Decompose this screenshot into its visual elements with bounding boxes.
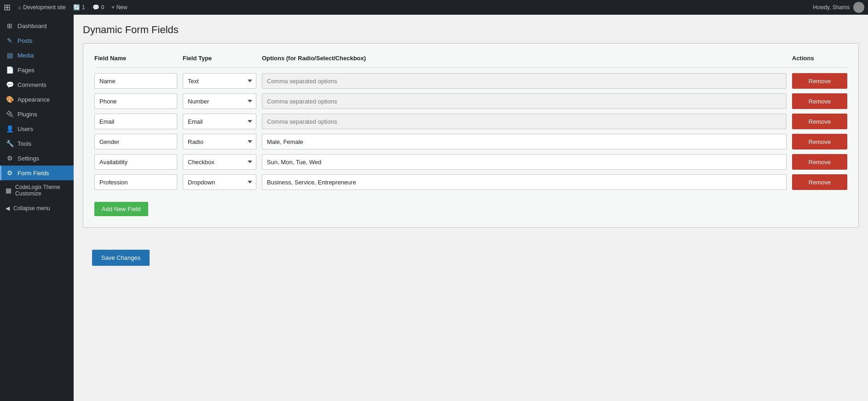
sidebar-item-users[interactable]: 👤 Users (0, 121, 74, 136)
new-label: + New (111, 4, 127, 11)
sidebar-item-label: Comments (17, 81, 46, 88)
field-name-input[interactable] (94, 134, 177, 149)
codelogix-label: CodeLogix Theme Customize (15, 184, 68, 197)
adminbar-comments[interactable]: 💬 0 (93, 4, 104, 11)
field-type-select[interactable]: TextNumberEmailRadioCheckboxDropdown (183, 114, 256, 129)
dashboard-icon: ⊞ (6, 22, 14, 29)
admin-bar: ⊞ ⌂ Development site 🔄 1 💬 0 + New Howdy… (0, 0, 868, 15)
col-field-name: Field Name (94, 55, 177, 62)
wp-logo-icon[interactable]: ⊞ (4, 2, 11, 12)
appearance-icon: 🎨 (6, 96, 14, 103)
sidebar-item-label: Settings (17, 155, 39, 162)
adminbar-updates[interactable]: 🔄 1 (73, 4, 85, 11)
table-header: Field Name Field Type Options (for Radio… (94, 55, 847, 68)
settings-icon: ⚙ (6, 155, 14, 162)
field-type-select[interactable]: TextNumberEmailRadioCheckboxDropdown (183, 154, 256, 170)
updates-icon: 🔄 (73, 4, 80, 11)
sidebar-item-dashboard[interactable]: ⊞ Dashboard (0, 18, 74, 33)
field-name-input[interactable] (94, 93, 177, 109)
form-panel: Field Name Field Type Options (for Radio… (83, 43, 859, 228)
sidebar-item-label: Form Fields (17, 170, 49, 177)
adminbar-new[interactable]: + New (111, 4, 127, 11)
sidebar-item-label: Posts (17, 37, 33, 44)
sidebar-item-label: Media (17, 52, 34, 59)
table-row: TextNumberEmailRadioCheckboxDropdownRemo… (94, 114, 847, 129)
comments-menu-icon: 💬 (6, 81, 14, 88)
home-icon: ⌂ (18, 4, 21, 11)
field-name-input[interactable] (94, 174, 177, 190)
field-options-input[interactable] (262, 73, 787, 89)
field-rows-container: TextNumberEmailRadioCheckboxDropdownRemo… (94, 73, 847, 190)
sidebar-item-label: Pages (17, 67, 35, 74)
sidebar-item-codelogix[interactable]: ▦ CodeLogix Theme Customize (0, 180, 74, 200)
comments-count: 0 (101, 4, 104, 11)
sidebar-item-pages[interactable]: 📄 Pages (0, 63, 74, 77)
col-field-type: Field Type (183, 55, 256, 62)
updates-count: 1 (82, 4, 85, 11)
media-icon: ▤ (6, 52, 14, 59)
sidebar-item-appearance[interactable]: 🎨 Appearance (0, 92, 74, 107)
field-options-input[interactable] (262, 174, 787, 190)
sidebar-item-label: Appearance (17, 96, 50, 103)
sidebar-item-tools[interactable]: 🔧 Tools (0, 136, 74, 151)
adminbar-user: Howdy, Shams (813, 2, 864, 13)
table-row: TextNumberEmailRadioCheckboxDropdownRemo… (94, 174, 847, 190)
field-name-input[interactable] (94, 154, 177, 170)
sidebar-item-comments[interactable]: 💬 Comments (0, 77, 74, 92)
plugins-icon: 🔌 (6, 110, 14, 118)
remove-field-button[interactable]: Remove (792, 134, 847, 149)
save-changes-button[interactable]: Save Changes (92, 250, 150, 266)
sidebar-collapse[interactable]: ◀ Collapse menu (0, 200, 74, 216)
field-type-select[interactable]: TextNumberEmailRadioCheckboxDropdown (183, 134, 256, 149)
field-type-select[interactable]: TextNumberEmailRadioCheckboxDropdown (183, 174, 256, 190)
sidebar-item-plugins[interactable]: 🔌 Plugins (0, 107, 74, 121)
table-row: TextNumberEmailRadioCheckboxDropdownRemo… (94, 154, 847, 170)
save-section: Save Changes (83, 242, 859, 273)
page-title: Dynamic Form Fields (83, 24, 859, 36)
sidebar-item-label: Plugins (17, 111, 37, 118)
main-content: Dynamic Form Fields Field Name Field Typ… (74, 15, 868, 401)
field-name-input[interactable] (94, 114, 177, 129)
collapse-icon: ◀ (6, 205, 10, 212)
col-options: Options (for Radio/Select/Checkbox) (262, 55, 787, 62)
sidebar-item-label: Tools (17, 140, 31, 147)
add-new-field-button[interactable]: Add New Field (94, 202, 148, 216)
user-avatar (853, 2, 864, 13)
col-actions: Actions (792, 55, 847, 62)
users-icon: 👤 (6, 125, 14, 132)
sidebar-item-form-fields[interactable]: ⚙ Form Fields (0, 166, 74, 180)
remove-field-button[interactable]: Remove (792, 73, 847, 89)
sidebar-item-posts[interactable]: ✎ Posts (0, 33, 74, 48)
collapse-label: Collapse menu (13, 205, 50, 212)
sidebar-item-label: Users (17, 126, 33, 132)
site-name: Development site (23, 4, 66, 11)
field-name-input[interactable] (94, 73, 177, 89)
field-type-select[interactable]: TextNumberEmailRadioCheckboxDropdown (183, 73, 256, 89)
sidebar-item-label: Dashboard (17, 23, 47, 29)
form-fields-icon: ⚙ (6, 169, 14, 177)
table-row: TextNumberEmailRadioCheckboxDropdownRemo… (94, 134, 847, 149)
sidebar: ⊞ Dashboard ✎ Posts ▤ Media 📄 Pages 💬 Co… (0, 15, 74, 401)
codelogix-icon: ▦ (6, 187, 12, 194)
table-row: TextNumberEmailRadioCheckboxDropdownRemo… (94, 93, 847, 109)
table-row: TextNumberEmailRadioCheckboxDropdownRemo… (94, 73, 847, 89)
posts-icon: ✎ (6, 37, 14, 44)
remove-field-button[interactable]: Remove (792, 174, 847, 190)
howdy-text: Howdy, Shams (813, 4, 850, 11)
adminbar-site[interactable]: ⌂ Development site (18, 4, 66, 11)
sidebar-item-settings[interactable]: ⚙ Settings (0, 151, 74, 166)
field-options-input[interactable] (262, 93, 787, 109)
tools-icon: 🔧 (6, 140, 14, 147)
pages-icon: 📄 (6, 66, 14, 74)
field-type-select[interactable]: TextNumberEmailRadioCheckboxDropdown (183, 93, 256, 109)
remove-field-button[interactable]: Remove (792, 154, 847, 170)
field-options-input[interactable] (262, 114, 787, 129)
sidebar-item-media[interactable]: ▤ Media (0, 48, 74, 63)
field-options-input[interactable] (262, 154, 787, 170)
comments-icon: 💬 (93, 4, 99, 11)
remove-field-button[interactable]: Remove (792, 114, 847, 129)
remove-field-button[interactable]: Remove (792, 93, 847, 109)
field-options-input[interactable] (262, 134, 787, 149)
